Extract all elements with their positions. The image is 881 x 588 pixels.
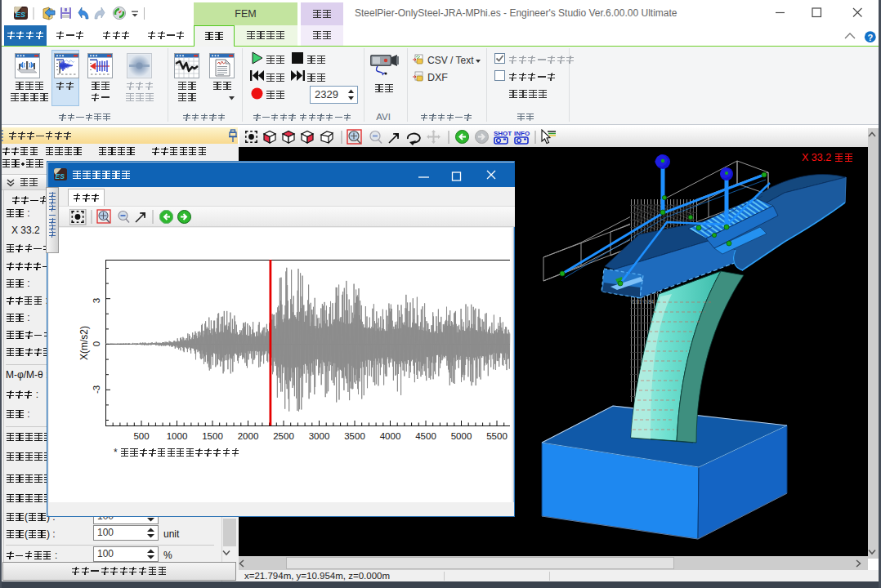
svg-text:1500: 1500 bbox=[202, 431, 223, 441]
svg-text:3: 3 bbox=[92, 298, 101, 303]
svg-text:1000: 1000 bbox=[167, 431, 188, 441]
svg-text:INFO: INFO bbox=[514, 130, 530, 137]
svg-text:2000: 2000 bbox=[238, 431, 259, 441]
svg-text:-3: -3 bbox=[92, 385, 101, 394]
svg-text:4000: 4000 bbox=[380, 431, 401, 441]
svg-text:3000: 3000 bbox=[309, 431, 330, 441]
svg-text:?: ? bbox=[867, 33, 873, 42]
svg-text:ES: ES bbox=[16, 11, 25, 19]
svg-text:0: 0 bbox=[92, 341, 101, 346]
svg-text:5500: 5500 bbox=[486, 431, 508, 441]
svg-text:500: 500 bbox=[133, 431, 149, 441]
svg-text:2500: 2500 bbox=[273, 431, 294, 441]
svg-text:5000: 5000 bbox=[451, 431, 472, 441]
svg-text:SHOT: SHOT bbox=[494, 130, 512, 137]
svg-text:3500: 3500 bbox=[344, 431, 365, 441]
svg-text:4500: 4500 bbox=[415, 431, 436, 441]
svg-text:0.81 0.84: 0.81 0.84 bbox=[632, 299, 654, 305]
svg-text:X(m/s2): X(m/s2) bbox=[78, 326, 90, 360]
